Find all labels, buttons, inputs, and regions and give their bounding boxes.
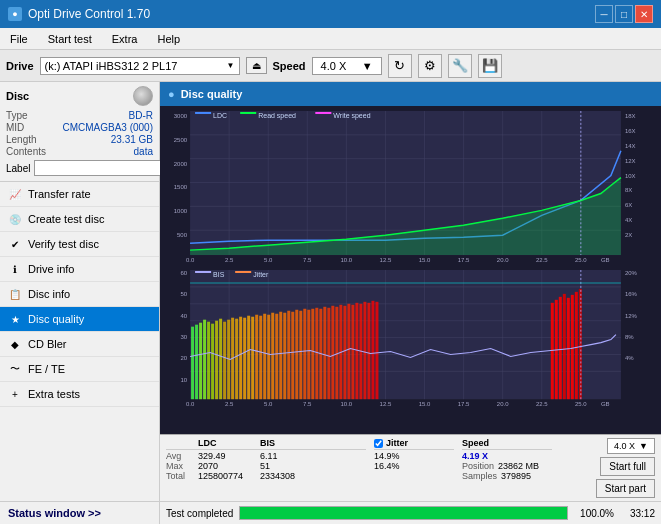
settings-button2[interactable]: 🔧 <box>448 54 472 78</box>
svg-rect-117 <box>367 303 370 399</box>
speed-set-arrow: ▼ <box>639 441 648 451</box>
sidebar-item-extra-tests[interactable]: + Extra tests <box>0 382 159 407</box>
restore-button[interactable]: □ <box>615 5 633 23</box>
drive-dropdown-arrow: ▼ <box>227 61 235 70</box>
sidebar-item-disc-quality[interactable]: ★ Disc quality <box>0 307 159 332</box>
svg-rect-122 <box>559 297 562 399</box>
svg-rect-19 <box>240 112 256 114</box>
disc-info-icon: 📋 <box>8 287 22 301</box>
bis-total: 2334308 <box>260 471 300 481</box>
close-button[interactable]: ✕ <box>635 5 653 23</box>
charts-area: LDC Read speed Write speed 3000 2500 200 <box>160 106 661 434</box>
menu-help[interactable]: Help <box>151 31 186 47</box>
svg-rect-84 <box>235 319 238 400</box>
svg-text:20.0: 20.0 <box>497 257 509 263</box>
disc-label-input[interactable] <box>34 160 167 176</box>
refresh-button[interactable]: ↻ <box>388 54 412 78</box>
svg-rect-123 <box>563 294 566 399</box>
speed-set-select[interactable]: 4.0 X ▼ <box>607 438 655 454</box>
settings-button1[interactable]: ⚙ <box>418 54 442 78</box>
svg-rect-119 <box>375 302 378 399</box>
svg-rect-102 <box>307 310 310 399</box>
start-full-button[interactable]: Start full <box>600 457 655 476</box>
svg-text:Jitter: Jitter <box>253 271 269 278</box>
drive-select[interactable]: (k:) ATAPI iHBS312 2 PL17 ▼ <box>40 57 240 75</box>
svg-rect-86 <box>243 318 246 400</box>
jitter-avg: 14.9% <box>374 451 454 461</box>
disc-panel-title: Disc <box>6 90 29 102</box>
svg-rect-92 <box>267 315 270 399</box>
sidebar: Disc Type BD-R MID CMCMAGBA3 (000) Lengt… <box>0 82 160 524</box>
sidebar-item-transfer-rate[interactable]: 📈 Transfer rate <box>0 182 159 207</box>
elapsed-time: 33:12 <box>620 508 655 519</box>
sidebar-item-drive-info[interactable]: ℹ Drive info <box>0 257 159 282</box>
verify-test-disc-icon: ✔ <box>8 237 22 251</box>
jitter-header: Jitter <box>386 438 408 448</box>
start-part-button[interactable]: Start part <box>596 479 655 498</box>
titlebar: ● Opti Drive Control 1.70 ─ □ ✕ <box>0 0 661 28</box>
sidebar-item-disc-info[interactable]: 📋 Disc info <box>0 282 159 307</box>
svg-text:7.5: 7.5 <box>303 257 312 263</box>
speed-current: 4.19 X <box>462 451 488 461</box>
svg-text:Write speed: Write speed <box>333 112 370 120</box>
svg-text:18X: 18X <box>625 113 636 119</box>
sidebar-item-create-test-disc[interactable]: 💿 Create test disc <box>0 207 159 232</box>
svg-text:BIS: BIS <box>213 271 225 278</box>
svg-rect-79 <box>215 321 218 400</box>
chart-header: ● Disc quality <box>160 82 661 106</box>
minimize-button[interactable]: ─ <box>595 5 613 23</box>
svg-rect-80 <box>219 319 222 400</box>
samples-label: Samples <box>462 471 497 481</box>
svg-text:17.5: 17.5 <box>458 257 470 263</box>
sidebar-item-cd-bler[interactable]: ◆ CD Bler <box>0 332 159 357</box>
sidebar-item-fe-te[interactable]: 〜 FE / TE <box>0 357 159 382</box>
svg-rect-111 <box>343 306 346 399</box>
menu-file[interactable]: File <box>4 31 34 47</box>
svg-text:0.0: 0.0 <box>186 257 195 263</box>
save-button[interactable]: 💾 <box>478 54 502 78</box>
jitter-max: 16.4% <box>374 461 454 471</box>
svg-text:0.0: 0.0 <box>186 401 195 407</box>
ldc-total: 125800774 <box>198 471 256 481</box>
svg-text:15.0: 15.0 <box>419 257 431 263</box>
svg-text:1500: 1500 <box>174 185 188 191</box>
speed-select[interactable]: 4.0 X ▼ <box>312 57 382 75</box>
sidebar-item-label: Transfer rate <box>28 188 91 200</box>
svg-rect-95 <box>279 312 282 399</box>
svg-text:6X: 6X <box>625 202 632 208</box>
jitter-checkbox[interactable] <box>374 439 383 448</box>
disc-panel: Disc Type BD-R MID CMCMAGBA3 (000) Lengt… <box>0 82 159 182</box>
svg-text:500: 500 <box>177 232 188 238</box>
svg-rect-71 <box>235 271 251 273</box>
svg-text:22.5: 22.5 <box>536 257 548 263</box>
svg-text:12.5: 12.5 <box>380 257 392 263</box>
svg-text:20%: 20% <box>625 270 638 276</box>
bis-max: 51 <box>260 461 300 471</box>
svg-text:GB: GB <box>601 401 610 407</box>
window-controls: ─ □ ✕ <box>595 5 653 23</box>
svg-text:12%: 12% <box>625 313 638 319</box>
menu-extra[interactable]: Extra <box>106 31 144 47</box>
eject-button[interactable]: ⏏ <box>246 57 267 74</box>
length-label: Length <box>6 134 37 145</box>
svg-rect-89 <box>255 315 258 399</box>
svg-rect-85 <box>239 317 242 399</box>
svg-text:50: 50 <box>180 291 187 297</box>
svg-text:10: 10 <box>180 377 187 383</box>
drive-info-icon: ℹ <box>8 262 22 276</box>
progress-bar <box>239 506 568 520</box>
svg-rect-21 <box>315 112 331 114</box>
svg-rect-106 <box>323 307 326 399</box>
position-label: Position <box>462 461 494 471</box>
svg-text:8%: 8% <box>625 334 634 340</box>
status-window-button[interactable]: Status window >> <box>0 501 159 524</box>
speed-dropdown-arrow: ▼ <box>362 60 373 72</box>
menu-start-test[interactable]: Start test <box>42 31 98 47</box>
mid-label: MID <box>6 122 24 133</box>
sidebar-item-label: Verify test disc <box>28 238 99 250</box>
sidebar-item-label: Create test disc <box>28 213 104 225</box>
sidebar-nav: 📈 Transfer rate 💿 Create test disc ✔ Ver… <box>0 182 159 501</box>
svg-rect-103 <box>311 309 314 399</box>
sidebar-item-verify-test-disc[interactable]: ✔ Verify test disc <box>0 232 159 257</box>
svg-text:15.0: 15.0 <box>419 401 431 407</box>
